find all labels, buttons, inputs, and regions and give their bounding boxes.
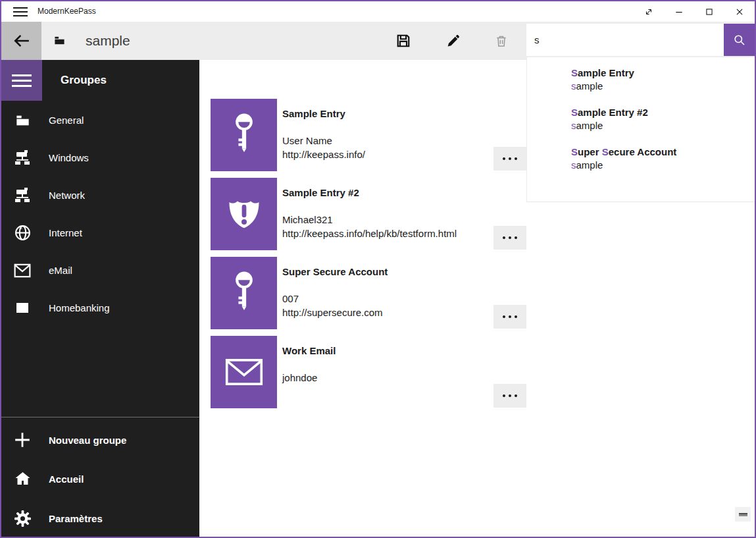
search-result-title: Sample Entry: [571, 67, 742, 80]
network-icon: [13, 149, 32, 167]
more-options-button[interactable]: [493, 147, 526, 171]
entry-tile: [211, 99, 277, 171]
search-result-subtitle: sample: [571, 159, 742, 172]
entry-url: http://keepass.info/help/kb/testform.htm…: [282, 228, 457, 239]
entry-sample-entry[interactable]: Sample Entry User Name http://keepass.in…: [211, 99, 553, 171]
search-results-dropdown: Sample Entry sample Sample Entry #2 samp…: [526, 57, 755, 202]
key-icon: [230, 269, 259, 317]
sidebar-item-homebanking[interactable]: Homebanking: [1, 289, 199, 327]
title-bar: ModernKeePass: [1, 1, 755, 22]
key-icon: [230, 111, 259, 159]
entry-url: http://keepass.info/: [282, 149, 365, 160]
search-icon: [733, 34, 745, 46]
sidebar-item-label: Network: [49, 190, 85, 201]
database-icon: [54, 35, 65, 49]
plus-icon: [13, 431, 32, 449]
search-result-subtitle: sample: [571, 119, 742, 132]
more-options-button[interactable]: [493, 305, 526, 329]
pencil-icon: [446, 34, 460, 48]
banking-icon: [13, 299, 32, 317]
mail-icon: [225, 358, 263, 387]
search-result-title: Sample Entry #2: [571, 106, 742, 119]
entry-tile: [211, 257, 277, 329]
sidebar-item-label: Homebanking: [49, 302, 110, 313]
shield-alert-icon: [224, 193, 264, 235]
entry-super-secure-account[interactable]: Super Secure Account 007 http://supersec…: [211, 257, 553, 329]
maximize-icon[interactable]: [694, 1, 724, 22]
entry-title: Super Secure Account: [282, 266, 388, 277]
settings-button[interactable]: Paramètres: [1, 498, 199, 538]
sidebar-item-internet[interactable]: Internet: [1, 214, 199, 252]
more-options-button[interactable]: [493, 226, 526, 250]
entry-tile: [211, 178, 277, 250]
sidebar-item-label: eMail: [49, 265, 72, 276]
gear-icon: [13, 509, 32, 527]
trash-icon: [495, 34, 508, 48]
titlebar-hamburger-icon[interactable]: [8, 1, 33, 22]
command-bar: sample s: [1, 22, 755, 60]
sidebar-item-label: Internet: [49, 227, 82, 238]
nav-hamburger-button[interactable]: [1, 60, 42, 101]
search-result-subtitle: sample: [571, 80, 742, 93]
edit-button[interactable]: [437, 25, 468, 57]
entry-username: User Name: [282, 135, 332, 146]
sidebar: Groupes General Windows Network Internet: [1, 60, 199, 537]
entry-url: http://supersecure.com: [282, 307, 383, 318]
search-button[interactable]: [724, 24, 755, 56]
entry-work-email[interactable]: Work Email johndoe: [211, 336, 553, 408]
sidebar-item-windows[interactable]: Windows: [1, 139, 199, 176]
sidebar-item-general[interactable]: General: [1, 101, 199, 139]
sidebar-divider: [1, 417, 199, 417]
globe-icon: [13, 224, 32, 242]
home-button[interactable]: Accueil: [1, 459, 199, 498]
home-icon: [13, 470, 32, 488]
back-button[interactable]: [1, 22, 41, 60]
minimize-icon[interactable]: [664, 1, 694, 22]
entry-title: Work Email: [282, 345, 336, 356]
back-arrow-icon: [12, 32, 32, 49]
entry-title: Sample Entry: [282, 108, 345, 119]
entry-tile: [211, 336, 277, 408]
search-result-title: Super Secure Account: [571, 146, 742, 159]
app-window: ModernKeePass sample: [0, 0, 756, 538]
resize-icon[interactable]: [634, 1, 664, 22]
new-group-button[interactable]: Nouveau groupe: [1, 420, 199, 460]
groups-heading: Groupes: [61, 60, 107, 101]
sidebar-item-label: Accueil: [49, 473, 84, 485]
search-result-item[interactable]: Super Secure Account sample: [571, 146, 742, 176]
entry-username: Michael321: [282, 214, 333, 225]
sidebar-item-label: Nouveau groupe: [49, 435, 126, 446]
network-icon: [13, 186, 32, 205]
folder-icon: [13, 111, 32, 130]
entry-sample-entry-2[interactable]: Sample Entry #2 Michael321 http://keepas…: [211, 178, 553, 250]
search-result-item[interactable]: Sample Entry sample: [571, 67, 742, 97]
entry-username: johndoe: [282, 372, 317, 383]
app-title: ModernKeePass: [38, 1, 96, 22]
entry-username: 007: [282, 293, 299, 304]
save-icon: [396, 34, 411, 48]
minus-icon: [739, 513, 747, 516]
sidebar-item-label: Windows: [49, 152, 89, 163]
sidebar-item-network[interactable]: Network: [1, 176, 199, 214]
search-input[interactable]: s: [526, 24, 724, 56]
save-button[interactable]: [388, 25, 419, 57]
entry-title: Sample Entry #2: [282, 187, 359, 198]
mail-icon: [13, 261, 32, 280]
database-title: sample: [86, 22, 130, 60]
zoom-out-button[interactable]: [735, 507, 751, 522]
close-icon[interactable]: [724, 1, 755, 22]
more-options-button[interactable]: [493, 384, 526, 408]
delete-button[interactable]: [486, 25, 517, 57]
search-result-item[interactable]: Sample Entry #2 sample: [571, 106, 742, 136]
sidebar-item-label: General: [49, 115, 84, 126]
sidebar-item-email[interactable]: eMail: [1, 252, 199, 289]
window-controls: [634, 1, 755, 22]
sidebar-item-label: Paramètres: [49, 513, 103, 524]
